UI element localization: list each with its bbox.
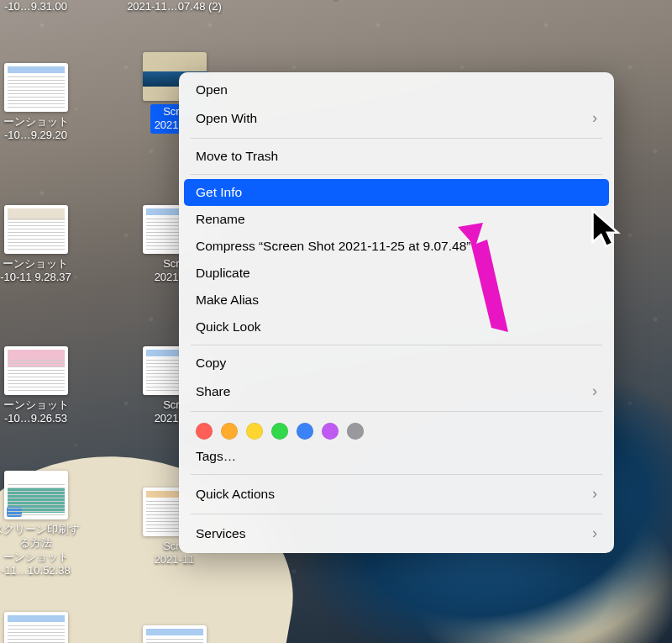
menu-item-label: Quick Actions [196,484,275,504]
menu-separator [191,411,602,412]
menu-item-open-with[interactable]: Open With› [179,103,614,134]
file-label: ーンショット-10…9.26.53 [3,398,69,426]
menu-item-rename[interactable]: Rename [179,206,614,233]
menu-item-label: Make Alias [196,290,259,310]
menu-item-make-alias[interactable]: Make Alias [179,287,614,314]
menu-item-label: Duplicate [196,263,250,283]
menu-separator [191,138,602,139]
menu-item-label: Open With [196,108,257,129]
menu-item-services[interactable]: Services› [179,519,614,549]
file-label: Screen Shot2021-11…07.48 (2) [127,0,222,14]
menu-item-label: Compress “Screen Shot 2021-11-25 at 9.07… [196,236,470,256]
file-label: ーンショット-10…9.31.00 [3,0,69,14]
menu-item-get-info[interactable]: Get Info [184,179,609,206]
menu-item-duplicate[interactable]: Duplicate [179,260,614,287]
menu-item-label: Quick Look [196,317,261,337]
menu-item-copy[interactable]: Copy [179,350,614,377]
file-label: ーンショット-10-11 9.28.37 [0,257,71,285]
menu-item-label: Tags… [196,446,236,466]
annotation-arrow [441,223,542,357]
menu-item-compress-screen-shot-2021-11-25-at-9-07-48[interactable]: Compress “Screen Shot 2021-11-25 at 9.07… [179,233,614,260]
menu-item-move-to-trash[interactable]: Move to Trash [179,143,614,170]
tag-color-dot[interactable] [347,423,364,440]
file-label: ーンショット-11…10.52.38 [1,551,70,578]
menu-item-label: Services [196,524,245,544]
chevron-right-icon: › [592,380,597,403]
tag-color-dot[interactable] [196,423,213,440]
menu-separator [191,474,602,475]
desktop-icon[interactable] [126,625,223,643]
tag-color-dot[interactable] [297,423,313,440]
menu-item-quick-look[interactable]: Quick Look [179,314,614,340]
menu-item-tags[interactable]: Tags… [179,443,614,470]
file-label: ーンショット-10…9.29.20 [3,115,69,143]
file-thumbnail [4,346,68,395]
desktop-icon[interactable]: ーンショット-11…10.52.38 [0,551,84,578]
file-thumbnail [143,625,207,643]
file-thumbnail [4,471,68,519]
menu-item-share[interactable]: Share› [179,377,614,407]
chevron-right-icon: › [592,107,597,130]
file-label: スクリーン印刷する方法 [0,523,84,551]
desktop-icon[interactable]: ーンショット-10-11 9.28.37 [0,205,84,285]
chevron-right-icon: › [592,522,597,545]
desktop-icon[interactable]: ーンショット-10…9.31.00 [0,0,84,14]
menu-item-quick-actions[interactable]: Quick Actions› [179,479,614,509]
chevron-right-icon: › [592,482,597,506]
menu-item-label: Open [196,80,228,100]
context-menu: OpenOpen With›Move to TrashGet InfoRenam… [179,72,614,553]
desktop-icon[interactable]: Screen Shot2021-11…07.48 (2) [126,0,223,14]
desktop-icon[interactable]: スクリーン印刷する方法 [0,471,84,551]
menu-item-open[interactable]: Open [179,76,614,103]
menu-separator [191,174,602,175]
menu-item-label: Rename [196,209,245,229]
tag-color-dot[interactable] [246,423,263,440]
desktop-icon[interactable]: ーンショット-10…9.29.20 [0,63,84,143]
tag-color-dot[interactable] [221,423,238,440]
menu-item-label: Get Info [196,182,242,203]
file-thumbnail [4,205,68,254]
desktop-icon[interactable]: ーンショット-10…9.26.53 [0,346,84,426]
menu-item-label: Share [196,382,230,402]
file-thumbnail [4,612,68,643]
menu-item-label: Move to Trash [196,146,278,166]
file-thumbnail [4,63,68,112]
tag-color-dot[interactable] [322,423,339,440]
tag-color-row [179,416,614,443]
cursor-icon [591,208,624,250]
menu-separator [191,514,602,514]
tag-color-dot[interactable] [271,423,288,440]
desktop-icon[interactable]: スクリーン印刷する方法 [0,612,84,643]
menu-item-label: Copy [196,353,226,373]
